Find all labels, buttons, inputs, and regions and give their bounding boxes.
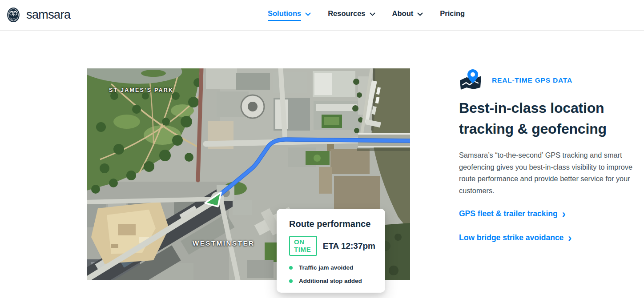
- nav-label: Resources: [328, 9, 365, 21]
- eyebrow-row: REAL-TIME GPS DATA: [459, 69, 635, 92]
- nav-label: Solutions: [268, 9, 301, 21]
- brand-name: samsara: [26, 8, 70, 22]
- chevron-right-icon: ›: [562, 211, 566, 217]
- nav-item-about[interactable]: About: [392, 9, 423, 21]
- feature-links: GPS fleet & trailer tracking › Low bridg…: [459, 209, 635, 242]
- link-label: Low bridge strike avoidance: [459, 233, 564, 242]
- list-item: Traffic jam avoided: [289, 264, 375, 271]
- chevron-right-icon: ›: [568, 235, 572, 241]
- feature-column: REAL-TIME GPS DATA Best-in-class locatio…: [459, 69, 635, 242]
- top-navigation-bar: samsara Solutions Resources About: [0, 0, 644, 31]
- link-gps-fleet-trailer-tracking[interactable]: GPS fleet & trailer tracking ›: [459, 209, 635, 219]
- list-item-label: Additional stop added: [299, 278, 362, 284]
- route-status-row: ON TIME ETA 12:37pm: [289, 236, 375, 256]
- list-item: Additional stop added: [289, 278, 375, 284]
- green-dot-icon: [289, 279, 293, 283]
- map-label-westminster: WESTMINSTER: [193, 239, 254, 247]
- link-label: GPS fleet & trailer tracking: [459, 209, 558, 219]
- map-pin-icon: [459, 69, 482, 92]
- eta-text: ETA 12:37pm: [323, 241, 375, 251]
- route-card-title: Route performance: [289, 219, 375, 229]
- nav-item-pricing[interactable]: Pricing: [440, 9, 465, 21]
- nav-item-solutions[interactable]: Solutions: [268, 9, 311, 21]
- page: samsara Solutions Resources About: [0, 0, 644, 298]
- page-title: Best-in-class location tracking & geofen…: [459, 98, 635, 139]
- chevron-down-icon: [305, 12, 311, 16]
- eyebrow-label: REAL-TIME GPS DATA: [492, 76, 572, 84]
- route-performance-card: Route performance ON TIME ETA 12:37pm Tr…: [277, 209, 385, 293]
- feature-description: Samsara’s “to-the-second’ GPS tracking a…: [459, 149, 633, 196]
- chevron-down-icon: [417, 12, 423, 16]
- nav-item-resources[interactable]: Resources: [328, 9, 375, 21]
- nav-label: About: [392, 9, 414, 21]
- list-item-label: Traffic jam avoided: [299, 264, 353, 271]
- link-low-bridge-strike-avoidance[interactable]: Low bridge strike avoidance ›: [459, 233, 635, 242]
- samsara-logo[interactable]: samsara: [4, 6, 70, 24]
- map-label-st-james-park: ST JAMES’S PARK: [109, 87, 173, 93]
- samsara-owl-icon: [4, 6, 22, 24]
- main-nav: Solutions Resources About Pricing: [268, 0, 465, 30]
- status-badge: ON TIME: [289, 236, 317, 256]
- green-dot-icon: [289, 266, 293, 270]
- chevron-down-icon: [370, 12, 375, 16]
- route-events-list: Traffic jam avoided Additional stop adde…: [289, 264, 375, 284]
- nav-label: Pricing: [440, 9, 465, 21]
